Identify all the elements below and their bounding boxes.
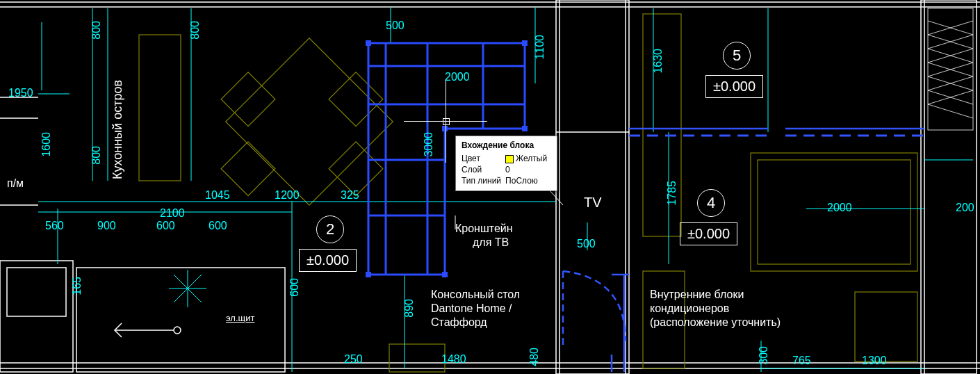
- dim: 1200: [275, 189, 300, 202]
- dim: 800: [189, 21, 202, 40]
- svg-rect-74: [522, 126, 528, 131]
- svg-rect-73: [442, 126, 448, 131]
- svg-rect-36: [389, 344, 445, 372]
- room-marker-2: 2: [316, 216, 344, 243]
- svg-rect-70: [522, 40, 528, 46]
- room-marker-5: 5: [723, 42, 751, 70]
- label-pm: п/м: [7, 177, 24, 190]
- dim: 800: [90, 21, 103, 40]
- label-ac-2: кондиционеров: [650, 302, 729, 315]
- label-tv: TV: [584, 195, 602, 211]
- dim: 480: [528, 348, 541, 366]
- dim: 2100: [160, 207, 185, 220]
- room-marker-4: 4: [697, 189, 725, 217]
- label-bracket-2: для ТВ: [473, 236, 509, 249]
- svg-rect-69: [366, 40, 371, 46]
- elevation-4: ±0.000: [680, 222, 737, 245]
- dim: 600: [156, 220, 175, 232]
- dim: 3000: [423, 132, 435, 157]
- dim: 1480: [441, 353, 466, 366]
- dim: 325: [341, 189, 359, 202]
- cad-viewport[interactable]: Вхождение блока ЦветЖелтый Слой0 Тип лин…: [0, 0, 980, 374]
- svg-rect-71: [366, 272, 371, 277]
- svg-rect-41: [329, 142, 383, 196]
- dim: 1045: [205, 189, 230, 202]
- dim: 765: [792, 355, 811, 367]
- color-swatch-icon: [505, 155, 514, 163]
- dim: 600: [288, 278, 301, 297]
- dim: 300: [758, 346, 770, 365]
- dim: 600: [209, 220, 227, 232]
- label-console-2: Dantone Home /: [431, 302, 512, 315]
- dim: 1600: [40, 132, 53, 157]
- dim: 1950: [8, 87, 33, 99]
- dim: 1630: [652, 49, 664, 74]
- svg-rect-72: [442, 272, 448, 277]
- dim: 200: [956, 202, 974, 214]
- dim: 800: [90, 146, 103, 165]
- dim: 1300: [862, 355, 887, 367]
- label-ac-1: Внутренние блоки: [650, 288, 744, 301]
- svg-rect-30: [139, 35, 181, 181]
- dim: 500: [577, 238, 596, 250]
- dim: 500: [386, 19, 405, 32]
- dim: 1785: [666, 181, 678, 206]
- tooltip-title: Вхождение блока: [462, 140, 551, 150]
- svg-rect-4: [556, 0, 629, 374]
- label-ac-3: (расположение уточнить): [650, 316, 781, 329]
- elevation-5: ±0.000: [705, 75, 763, 98]
- label-console-3: Стаффорд: [431, 316, 487, 329]
- dim: 165: [71, 277, 83, 295]
- svg-rect-39: [329, 72, 383, 127]
- label-elpanel: эл.щит: [226, 313, 254, 323]
- label-console-1: Консольный стол: [431, 288, 520, 301]
- label-bracket-1: Кронштейн: [455, 222, 513, 235]
- svg-rect-16: [928, 8, 973, 130]
- hover-tooltip: Вхождение блока ЦветЖелтый Слой0 Тип лин…: [455, 136, 557, 191]
- dim: 2000: [827, 202, 852, 214]
- svg-point-83: [174, 327, 181, 334]
- svg-rect-34: [855, 292, 917, 361]
- label-kitchen-island: Кухонный остров: [111, 80, 125, 179]
- dim: 890: [403, 299, 416, 318]
- dim: 250: [344, 353, 363, 366]
- dim: 1100: [534, 35, 546, 60]
- elevation-2: ±0.000: [299, 249, 357, 272]
- svg-rect-10: [7, 268, 66, 316]
- svg-line-23: [928, 104, 973, 118]
- svg-rect-40: [221, 142, 275, 196]
- dim: 560: [45, 220, 64, 232]
- dim: 2000: [445, 71, 470, 83]
- dim: 900: [97, 220, 116, 232]
